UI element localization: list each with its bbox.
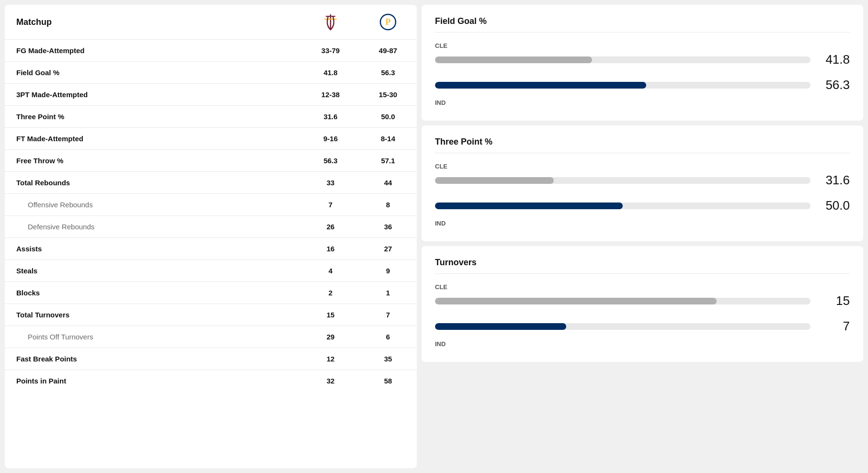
stat-name-cell: Defensive Rebounds bbox=[5, 216, 302, 238]
stat-name-cell: Assists bbox=[5, 238, 302, 260]
turnovers-ind-label: IND bbox=[435, 340, 850, 348]
field-goal-card: Field Goal % CLE 41.8 56.3 IND bbox=[422, 5, 863, 121]
table-row: Defensive Rebounds2636 bbox=[5, 216, 417, 238]
table-row: Blocks21 bbox=[5, 282, 417, 304]
turnovers-cle-value: 15 bbox=[816, 293, 850, 308]
cle-value-cell: 41.8 bbox=[302, 62, 359, 84]
table-row: FG Made-Attempted33-7949-87 bbox=[5, 40, 417, 62]
stat-name-cell: Free Throw % bbox=[5, 150, 302, 172]
turnovers-cle-fill bbox=[435, 298, 717, 304]
stat-name-cell: Points Off Turnovers bbox=[5, 326, 302, 348]
ind-value-cell: 7 bbox=[359, 304, 417, 326]
turnovers-cle-bar-row: 15 bbox=[435, 293, 850, 308]
turnovers-cle-track bbox=[435, 298, 811, 304]
three-point-ind-value: 50.0 bbox=[816, 198, 850, 213]
table-row: Points Off Turnovers296 bbox=[5, 326, 417, 348]
field-goal-ind-track bbox=[435, 82, 811, 89]
three-point-ind-label: IND bbox=[435, 220, 850, 227]
field-goal-ind-section: 56.3 IND bbox=[435, 78, 850, 106]
stat-name-cell: Steals bbox=[5, 260, 302, 282]
ind-value-cell: 27 bbox=[359, 238, 417, 260]
ind-team-header: P bbox=[359, 5, 417, 40]
table-row: Offensive Rebounds78 bbox=[5, 194, 417, 216]
matchup-table: Matchup bbox=[5, 5, 417, 392]
turnovers-ind-fill bbox=[435, 323, 566, 330]
stat-name-cell: Three Point % bbox=[5, 106, 302, 128]
cle-value-cell: 7 bbox=[302, 194, 359, 216]
stat-name-cell: Total Turnovers bbox=[5, 304, 302, 326]
three-point-cle-section: CLE 31.6 bbox=[435, 163, 850, 188]
stat-name-cell: Field Goal % bbox=[5, 62, 302, 84]
three-point-card: Three Point % CLE 31.6 50.0 IND bbox=[422, 125, 863, 241]
turnovers-ind-track bbox=[435, 323, 811, 330]
turnovers-card: Turnovers CLE 15 7 IND bbox=[422, 246, 863, 362]
cle-value-cell: 32 bbox=[302, 370, 359, 392]
three-point-ind-track bbox=[435, 203, 811, 209]
three-point-ind-bar-row: 50.0 bbox=[435, 198, 850, 213]
stat-name-cell: Points in Paint bbox=[5, 370, 302, 392]
ind-value-cell: 1 bbox=[359, 282, 417, 304]
field-goal-ind-label: IND bbox=[435, 99, 850, 106]
ind-value-cell: 15-30 bbox=[359, 84, 417, 106]
table-row: Total Rebounds3344 bbox=[5, 172, 417, 194]
stat-name-cell: 3PT Made-Attempted bbox=[5, 84, 302, 106]
three-point-ind-section: 50.0 IND bbox=[435, 198, 850, 227]
turnovers-title: Turnovers bbox=[435, 258, 850, 274]
stat-name-cell: FT Made-Attempted bbox=[5, 128, 302, 150]
field-goal-title: Field Goal % bbox=[435, 16, 850, 33]
right-panel: Field Goal % CLE 41.8 56.3 IND Three Poi… bbox=[422, 5, 863, 468]
table-row: 3PT Made-Attempted12-3815-30 bbox=[5, 84, 417, 106]
table-row: Steals49 bbox=[5, 260, 417, 282]
table-row: Three Point %31.650.0 bbox=[5, 106, 417, 128]
field-goal-ind-value: 56.3 bbox=[816, 78, 850, 92]
table-row: Assists1627 bbox=[5, 238, 417, 260]
field-goal-ind-bar-row: 56.3 bbox=[435, 78, 850, 92]
table-row: Points in Paint3258 bbox=[5, 370, 417, 392]
turnovers-cle-label: CLE bbox=[435, 283, 850, 291]
stat-name-cell: Fast Break Points bbox=[5, 348, 302, 370]
ind-value-cell: 49-87 bbox=[359, 40, 417, 62]
ind-value-cell: 58 bbox=[359, 370, 417, 392]
svg-text:P: P bbox=[386, 17, 391, 27]
stat-name-cell: Total Rebounds bbox=[5, 172, 302, 194]
cle-value-cell: 2 bbox=[302, 282, 359, 304]
field-goal-ind-fill bbox=[435, 82, 646, 89]
cle-value-cell: 56.3 bbox=[302, 150, 359, 172]
ind-value-cell: 57.1 bbox=[359, 150, 417, 172]
stat-name-cell: Offensive Rebounds bbox=[5, 194, 302, 216]
matchup-header: Matchup bbox=[5, 5, 302, 40]
ind-logo: P bbox=[371, 12, 405, 32]
cle-value-cell: 4 bbox=[302, 260, 359, 282]
field-goal-cle-track bbox=[435, 56, 811, 63]
cle-logo-svg bbox=[322, 12, 339, 32]
three-point-cle-fill bbox=[435, 177, 554, 184]
turnovers-ind-value: 7 bbox=[816, 319, 850, 334]
ind-value-cell: 56.3 bbox=[359, 62, 417, 84]
cle-value-cell: 33-79 bbox=[302, 40, 359, 62]
cle-value-cell: 26 bbox=[302, 216, 359, 238]
cle-value-cell: 9-16 bbox=[302, 128, 359, 150]
cle-value-cell: 31.6 bbox=[302, 106, 359, 128]
three-point-cle-bar-row: 31.6 bbox=[435, 173, 850, 188]
table-row: Field Goal %41.856.3 bbox=[5, 62, 417, 84]
three-point-cle-value: 31.6 bbox=[816, 173, 850, 188]
field-goal-cle-section: CLE 41.8 bbox=[435, 42, 850, 67]
ind-value-cell: 44 bbox=[359, 172, 417, 194]
ind-value-cell: 9 bbox=[359, 260, 417, 282]
table-row: Fast Break Points1235 bbox=[5, 348, 417, 370]
left-panel: Matchup bbox=[5, 5, 417, 468]
field-goal-cle-fill bbox=[435, 56, 592, 63]
field-goal-cle-label: CLE bbox=[435, 42, 850, 49]
ind-logo-svg: P bbox=[379, 12, 397, 32]
ind-value-cell: 50.0 bbox=[359, 106, 417, 128]
three-point-cle-track bbox=[435, 177, 811, 184]
turnovers-ind-bar-row: 7 bbox=[435, 319, 850, 334]
ind-value-cell: 8-14 bbox=[359, 128, 417, 150]
turnovers-ind-section: 7 IND bbox=[435, 319, 850, 348]
three-point-title: Three Point % bbox=[435, 137, 850, 153]
turnovers-cle-section: CLE 15 bbox=[435, 283, 850, 308]
three-point-cle-label: CLE bbox=[435, 163, 850, 170]
ind-value-cell: 8 bbox=[359, 194, 417, 216]
cle-team-header bbox=[302, 5, 359, 40]
cle-value-cell: 29 bbox=[302, 326, 359, 348]
